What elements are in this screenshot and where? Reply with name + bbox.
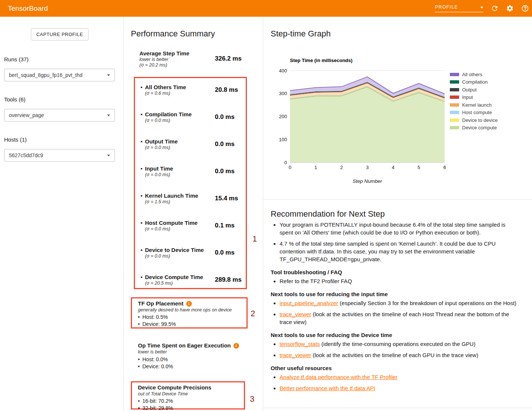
resources-list: Analyze tf.data performance with the TF … — [271, 373, 518, 392]
svg-text:100: 100 — [279, 137, 287, 142]
list-item: Better performance with the tf.data API — [280, 384, 518, 392]
summary-item-device-to-device: •Device to Device Time (σ = 0.0 ms) 0.0 … — [141, 245, 246, 272]
bullet-icon: • — [141, 220, 145, 226]
input-tools-list: input_pipeline_analyzer (especially Sect… — [271, 299, 518, 326]
bullet-icon: • — [141, 111, 145, 117]
legend-swatch — [450, 73, 459, 76]
performance-summary-panel: Performance Summary Average Step Time lo… — [124, 17, 263, 411]
bullet-icon: • — [141, 165, 145, 172]
svg-text:400: 400 — [279, 68, 287, 74]
bullet-icon: • — [138, 405, 142, 411]
legend-swatch — [450, 111, 459, 114]
recommendation-bullets: Your program is POTENTIALLY input-bound … — [271, 221, 518, 263]
svg-text:1: 1 — [315, 165, 317, 170]
bullet-icon: • — [138, 363, 142, 370]
chevron-down-icon — [107, 74, 110, 76]
hosts-selected-value: 5627c5dd7dc9 — [9, 152, 107, 158]
svg-text:0: 0 — [288, 165, 291, 170]
bullet-icon: • — [138, 356, 142, 363]
info-icon[interactable] — [186, 301, 192, 307]
eager-device: •Device: 0.0% — [138, 363, 249, 370]
svg-text:3: 3 — [366, 165, 368, 170]
tf-op-placement-heading: TF Op Placement — [138, 300, 246, 307]
legend-item-all-others: All others — [450, 71, 497, 78]
input-pipeline-analyzer-link[interactable]: input_pipeline_analyzer — [280, 300, 338, 306]
annotation-number-1: 1 — [252, 234, 257, 244]
summary-item-device-compute: •Device Compute Time (σ = 20.5 ms) 289.8… — [141, 272, 246, 286]
hosts-label: Hosts (1) — [4, 136, 27, 143]
bullet-icon: • — [138, 314, 142, 321]
svg-text:6: 6 — [443, 165, 446, 170]
runs-selected-value: bert_squad_8gpu_fp16_pvt_thd — [9, 72, 107, 78]
average-step-time-sigma: (σ = 20.2 ms) — [139, 62, 251, 68]
tools-select[interactable]: overview_page — [4, 109, 115, 122]
eager-execution-section: Op Time Spent on Eager Execution lower i… — [138, 342, 249, 370]
legend-item-compilation: Compilation — [450, 78, 497, 86]
annotation-box-1: •All Others Time (σ = 0.6 ms) 20.8 ms •C… — [134, 77, 247, 289]
faq-heading: Tool troubleshooting / FAQ — [271, 269, 518, 275]
chart-title: Step Time (in milliseconds) — [290, 58, 352, 63]
tensorflow-stats-link[interactable]: tensorflow_stats — [280, 341, 320, 347]
summary-item-all-others: •All Others Time (σ = 0.6 ms) 20.8 ms — [141, 82, 246, 110]
summary-item-kernel-launch: •Kernel Launch Time (σ = 1.5 ms) 15.4 ms — [141, 191, 246, 218]
list-item: input_pipeline_analyzer (especially Sect… — [280, 299, 518, 307]
chevron-down-icon — [480, 7, 483, 9]
app-title: TensorBoard — [0, 4, 48, 13]
svg-text:5: 5 — [417, 165, 420, 170]
runs-select[interactable]: bert_squad_8gpu_fp16_pvt_thd — [4, 69, 115, 81]
recommendation-section: Recommendation for Next Step Your progra… — [263, 199, 532, 407]
legend-item-input: Input — [450, 94, 497, 101]
settings-gear-icon[interactable] — [506, 4, 514, 12]
summary-item-input: •Input Time (σ = 0.0 ms) 0.0 ms — [141, 164, 246, 191]
bullet-icon: • — [141, 247, 145, 253]
list-item: trace_viewer (look at the activities on … — [280, 351, 518, 359]
dashboard-select[interactable]: PROFILE — [435, 4, 483, 12]
panel-bottom-divider — [263, 408, 532, 408]
legend-item-host-compute: Host compute — [450, 109, 497, 117]
legend-swatch — [450, 96, 459, 99]
list-item: Analyze tf.data performance with the TF … — [280, 373, 518, 381]
precision-16bit: •16-bit: 70.2% — [138, 398, 244, 405]
tf-op-placement-host: •Host: 0.5% — [138, 314, 246, 321]
legend-swatch — [450, 88, 459, 91]
reload-icon[interactable] — [491, 4, 499, 12]
recommendation-title: Recommendation for Next Step — [271, 209, 518, 219]
list-item: Refer to the TF2 Profiler FAQ — [280, 277, 518, 285]
bullet-icon: • — [138, 321, 142, 328]
legend-item-output: Output — [450, 86, 497, 94]
tools-label: Tools (6) — [4, 96, 26, 103]
eager-note: lower is better — [138, 349, 249, 355]
list-item: trace_viewer (look at the activities on … — [280, 310, 518, 326]
legend-swatch — [450, 80, 459, 84]
performance-summary-title: Performance Summary — [131, 29, 215, 39]
sidebar: CAPTURE PROFILE Runs (37) bert_squad_8gp… — [0, 17, 124, 411]
svg-text:300: 300 — [279, 91, 287, 96]
trace-viewer-link[interactable]: trace_viewer — [280, 352, 311, 358]
svg-text:0: 0 — [284, 160, 287, 165]
annotation-box-3: Device Compute Precisions out of Total D… — [131, 381, 245, 410]
recommendation-bullet: Your program is POTENTIALLY input-bound … — [280, 221, 518, 236]
trace-viewer-link[interactable]: trace_viewer — [280, 311, 311, 317]
list-item: tensorflow_stats (identify the time-cons… — [280, 340, 518, 348]
input-tools-heading: Next tools to use for reducing the input… — [271, 291, 518, 297]
device-tools-heading: Next tools to use for reducing the Devic… — [271, 332, 518, 338]
bullet-icon: • — [141, 84, 145, 90]
hosts-select[interactable]: 5627c5dd7dc9 — [4, 149, 115, 162]
tfdata-api-link[interactable]: Better performance with the tf.data API — [280, 385, 375, 391]
legend-item-device-to-device: Device to device — [450, 116, 497, 124]
tf-op-placement-note: generally desired to have more ops on de… — [138, 307, 246, 313]
legend-item-kernel-launch: Kernel launch — [450, 101, 497, 109]
bullet-icon: • — [141, 138, 145, 145]
capture-profile-button[interactable]: CAPTURE PROFILE — [31, 28, 88, 41]
header-actions: PROFILE — [435, 4, 532, 12]
legend-swatch — [450, 126, 459, 129]
info-icon[interactable] — [233, 343, 239, 349]
help-icon[interactable] — [521, 4, 529, 12]
annotation-number-3: 3 — [250, 394, 254, 404]
chart-legend: All others Compilation Output Input Kern… — [450, 71, 497, 132]
tools-selected-value: overview_page — [9, 112, 107, 118]
bullet-icon: • — [141, 274, 145, 280]
step-time-graph-title: Step-time Graph — [271, 29, 331, 39]
legend-item-device-compute: Device compute — [450, 124, 497, 132]
tfdata-performance-link[interactable]: Analyze tf.data performance with the TF … — [280, 374, 397, 380]
